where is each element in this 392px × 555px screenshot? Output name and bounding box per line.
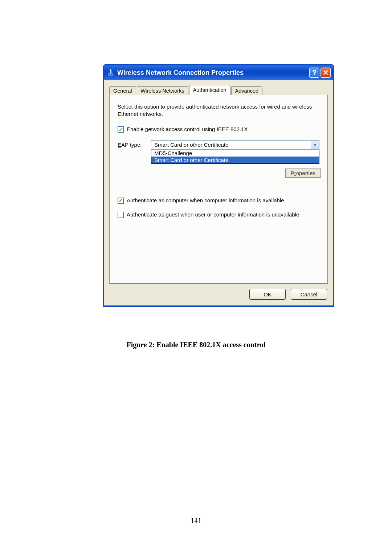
eap-option-md5[interactable]: MD5-Challenge: [151, 150, 319, 157]
tab-wireless-networks[interactable]: Wireless Networks: [137, 86, 188, 95]
titlebar[interactable]: Wireless Network Connection Properties ?…: [104, 65, 333, 80]
page-number: 141: [0, 516, 392, 525]
ok-label: OK: [264, 291, 271, 297]
lower-checkboxes: Authenticate as computer when computer i…: [118, 197, 319, 218]
properties-dialog: Wireless Network Connection Properties ?…: [103, 64, 334, 307]
svg-rect-0: [110, 70, 111, 73]
tab-auth-label: Authentication: [193, 87, 226, 93]
close-glyph: ✕: [323, 68, 329, 77]
tab-advanced[interactable]: Advanced: [231, 86, 263, 95]
eap-type-combo-wrap: Smart Card or other Certificate ▼ MD5-Ch…: [151, 140, 319, 164]
cancel-label: Cancel: [301, 291, 318, 297]
dialog-buttons: OK Cancel: [104, 284, 333, 305]
svg-rect-1: [110, 69, 111, 70]
tab-wireless-label: Wireless Networks: [141, 88, 184, 94]
enable-8021x-checkbox[interactable]: [118, 126, 124, 133]
enable-8021x-row[interactable]: Enable network access control using IEEE…: [118, 126, 319, 133]
enable-8021x-label: Enable network access control using IEEE…: [127, 126, 248, 133]
auth-as-computer-row[interactable]: Authenticate as computer when computer i…: [118, 197, 319, 204]
auth-as-guest-row[interactable]: Authenticate as guest when user or compu…: [118, 211, 319, 218]
auth-as-computer-label: Authenticate as computer when computer i…: [127, 197, 284, 204]
eap-option-smartcard[interactable]: Smart Card or other Certificate: [151, 157, 319, 163]
svg-rect-2: [109, 73, 113, 76]
tab-row: General Wireless Networks Authentication…: [109, 85, 328, 95]
tab-general-label: General: [113, 88, 132, 94]
cancel-button[interactable]: Cancel: [291, 289, 327, 300]
wireless-icon: [107, 69, 114, 76]
auth-as-computer-checkbox[interactable]: [118, 198, 124, 204]
eap-type-combobox[interactable]: Smart Card or other Certificate ▼: [151, 140, 319, 150]
figure-caption: Figure 2: Enable IEEE 802.1X access cont…: [0, 341, 392, 349]
auth-as-guest-label: Authenticate as guest when user or compu…: [127, 211, 299, 218]
window-title: Wireless Network Connection Properties: [117, 69, 309, 77]
chevron-down-icon[interactable]: ▼: [311, 141, 319, 149]
help-glyph: ?: [312, 69, 317, 77]
eap-type-selected: Smart Card or other Certificate: [151, 141, 311, 149]
tab-panel-authentication: Select this option to provide authentica…: [109, 95, 328, 284]
titlebar-buttons: ? ✕: [309, 68, 331, 78]
auth-as-guest-checkbox[interactable]: [118, 212, 124, 218]
panel-description: Select this option to provide authentica…: [118, 103, 319, 117]
tab-authentication[interactable]: Authentication: [189, 85, 230, 95]
close-button[interactable]: ✕: [320, 68, 331, 78]
ok-button[interactable]: OK: [249, 289, 286, 300]
properties-button[interactable]: Properties: [285, 169, 321, 178]
eap-type-row: EAP type: Smart Card or other Certificat…: [118, 140, 319, 164]
document-page: Wireless Network Connection Properties ?…: [0, 0, 392, 555]
client-area: General Wireless Networks Authentication…: [104, 80, 333, 284]
eap-type-label: EAP type:: [118, 140, 151, 148]
help-button[interactable]: ?: [309, 68, 319, 78]
tab-general[interactable]: General: [109, 86, 136, 95]
tab-advanced-label: Advanced: [235, 88, 259, 94]
eap-type-dropdown[interactable]: MD5-Challenge Smart Card or other Certif…: [151, 150, 319, 164]
